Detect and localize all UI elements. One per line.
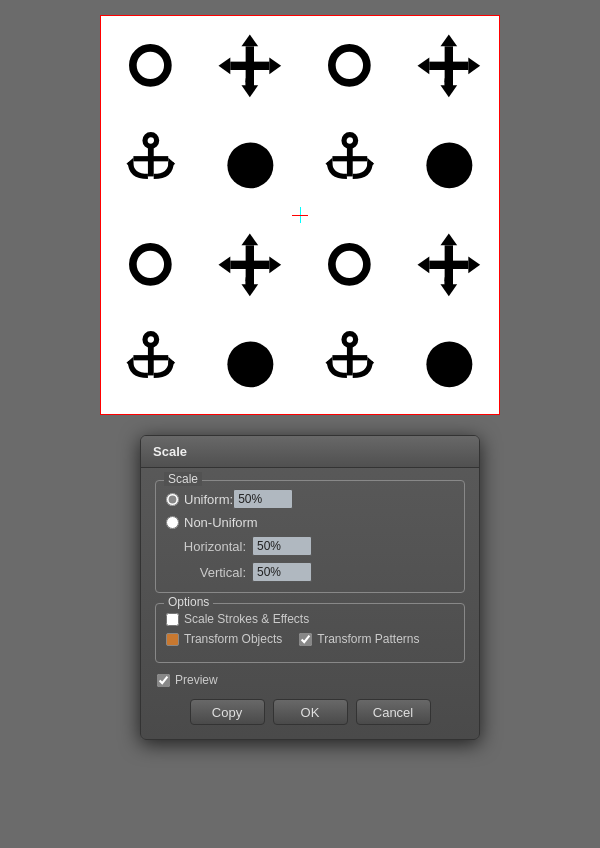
uniform-row: Uniform: bbox=[166, 489, 454, 509]
svg-marker-13 bbox=[469, 57, 481, 74]
scale-strokes-checkbox[interactable] bbox=[166, 613, 179, 626]
cell-9 bbox=[201, 215, 301, 315]
vertical-input[interactable] bbox=[252, 562, 312, 582]
transform-objects-label[interactable]: Transform Objects bbox=[166, 632, 282, 646]
non-uniform-label: Non-Uniform bbox=[184, 515, 258, 530]
svg-rect-38 bbox=[246, 277, 254, 285]
svg-marker-1 bbox=[242, 34, 259, 46]
svg-point-29 bbox=[426, 142, 472, 188]
cell-13 bbox=[201, 315, 301, 415]
artboard bbox=[100, 15, 500, 415]
cell-4 bbox=[101, 116, 201, 216]
non-uniform-row: Non-Uniform bbox=[166, 515, 454, 530]
preview-checkbox[interactable] bbox=[157, 674, 170, 687]
cell-7 bbox=[400, 116, 500, 216]
non-uniform-radio-label[interactable]: Non-Uniform bbox=[166, 515, 258, 530]
button-row: Copy OK Cancel bbox=[155, 699, 465, 729]
cell-14 bbox=[300, 315, 400, 415]
svg-rect-8 bbox=[246, 78, 254, 86]
scale-strokes-row: Scale Strokes & Effects bbox=[166, 612, 454, 626]
vertical-row: Vertical: bbox=[166, 562, 454, 582]
svg-marker-3 bbox=[219, 57, 231, 74]
cell-0 bbox=[101, 16, 201, 116]
transform-patterns-text: Transform Patterns bbox=[317, 632, 419, 646]
horizontal-row: Horizontal: bbox=[166, 536, 454, 556]
cancel-button[interactable]: Cancel bbox=[356, 699, 431, 725]
scale-section: Scale Uniform: Non-Uniform Horizontal: bbox=[155, 480, 465, 593]
vertical-label: Vertical: bbox=[166, 565, 246, 580]
cell-3 bbox=[400, 16, 500, 116]
options-section: Options Scale Strokes & Effects Transfor… bbox=[155, 603, 465, 663]
cell-6 bbox=[300, 116, 400, 216]
uniform-radio-label[interactable]: Uniform: bbox=[166, 492, 233, 507]
horizontal-label: Horizontal: bbox=[166, 539, 246, 554]
svg-marker-2 bbox=[242, 85, 259, 97]
svg-marker-43 bbox=[469, 256, 481, 273]
cell-2 bbox=[300, 16, 400, 116]
dialog-body: Scale Uniform: Non-Uniform Horizontal: bbox=[141, 468, 479, 739]
svg-rect-17 bbox=[445, 78, 453, 86]
svg-marker-4 bbox=[270, 57, 282, 74]
transform-objects-text: Transform Objects bbox=[184, 632, 282, 646]
transform-patterns-label[interactable]: Transform Patterns bbox=[299, 632, 419, 646]
svg-rect-6 bbox=[231, 62, 270, 70]
canvas-area bbox=[0, 0, 600, 430]
horizontal-input[interactable] bbox=[252, 536, 312, 556]
svg-marker-12 bbox=[418, 57, 430, 74]
svg-point-0 bbox=[133, 48, 168, 83]
cell-11 bbox=[400, 215, 500, 315]
svg-marker-11 bbox=[441, 85, 458, 97]
uniform-input[interactable] bbox=[233, 489, 293, 509]
options-section-label: Options bbox=[164, 595, 213, 609]
svg-rect-15 bbox=[430, 62, 469, 70]
uniform-label: Uniform: bbox=[184, 492, 233, 507]
preview-text: Preview bbox=[175, 673, 218, 687]
svg-point-39 bbox=[332, 247, 367, 282]
svg-point-59 bbox=[426, 341, 472, 387]
transform-objects-checkbox-indicator[interactable] bbox=[166, 633, 179, 646]
transform-patterns-checkbox[interactable] bbox=[299, 633, 312, 646]
transform-row: Transform Objects Transform Patterns bbox=[166, 632, 454, 646]
scale-dialog: Scale Scale Uniform: Non-Uniform bbox=[140, 435, 480, 740]
svg-rect-36 bbox=[231, 261, 270, 269]
svg-rect-20 bbox=[133, 157, 168, 162]
svg-point-54 bbox=[344, 334, 356, 346]
svg-rect-26 bbox=[332, 157, 367, 162]
svg-rect-45 bbox=[430, 261, 469, 269]
svg-marker-40 bbox=[441, 233, 458, 245]
preview-row: Preview bbox=[155, 673, 465, 687]
svg-point-30 bbox=[133, 247, 168, 282]
svg-marker-10 bbox=[441, 34, 458, 46]
uniform-radio[interactable] bbox=[166, 493, 179, 506]
svg-point-53 bbox=[227, 341, 273, 387]
svg-rect-56 bbox=[332, 356, 367, 361]
scale-strokes-text: Scale Strokes & Effects bbox=[184, 612, 309, 626]
svg-marker-42 bbox=[418, 256, 430, 273]
copy-button[interactable]: Copy bbox=[190, 699, 265, 725]
svg-rect-47 bbox=[445, 277, 453, 285]
svg-marker-32 bbox=[242, 284, 259, 296]
svg-marker-31 bbox=[242, 233, 259, 245]
svg-marker-41 bbox=[441, 284, 458, 296]
dialog-title: Scale bbox=[141, 436, 479, 468]
scale-section-label: Scale bbox=[164, 472, 202, 486]
svg-point-48 bbox=[145, 334, 157, 346]
scale-strokes-label[interactable]: Scale Strokes & Effects bbox=[166, 612, 309, 626]
svg-point-9 bbox=[332, 48, 367, 83]
svg-marker-34 bbox=[270, 256, 282, 273]
preview-label[interactable]: Preview bbox=[157, 673, 218, 687]
svg-point-23 bbox=[227, 142, 273, 188]
cell-5 bbox=[201, 116, 301, 216]
cell-1 bbox=[201, 16, 301, 116]
cell-8 bbox=[101, 215, 201, 315]
cell-15 bbox=[400, 315, 500, 415]
svg-rect-50 bbox=[133, 356, 168, 361]
cell-10 bbox=[300, 215, 400, 315]
svg-marker-33 bbox=[219, 256, 231, 273]
cell-12 bbox=[101, 315, 201, 415]
non-uniform-radio[interactable] bbox=[166, 516, 179, 529]
ok-button[interactable]: OK bbox=[273, 699, 348, 725]
